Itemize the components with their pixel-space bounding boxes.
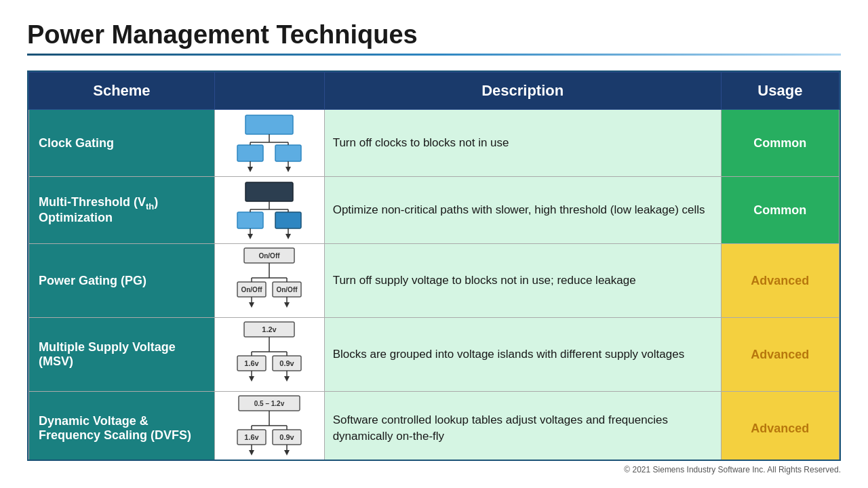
- svg-marker-19: [248, 234, 253, 239]
- svg-rect-2: [275, 145, 301, 161]
- scheme-dvfs: Dynamic Voltage & Frequency Scaling (DVF…: [29, 392, 215, 462]
- svg-text:0.5 – 1.2v: 0.5 – 1.2v: [254, 400, 285, 407]
- svg-marker-35: [284, 302, 290, 308]
- desc-power-gating: Turn off supply voltage to blocks not in…: [324, 244, 721, 318]
- svg-text:1.6v: 1.6v: [245, 359, 260, 367]
- scheme-power-gating: Power Gating (PG): [29, 244, 215, 318]
- header-description: Description: [324, 73, 721, 110]
- usage-dvfs: Advanced: [721, 392, 839, 462]
- desc-clock-gating: Turn off clocks to blocks not in use: [324, 110, 721, 177]
- diagram-power-gating: On/Off On/Off On/Off: [214, 244, 324, 318]
- desc-dvfs: Software controlled lookup tables adjust…: [324, 392, 721, 462]
- page-title: Power Management Techniques: [27, 20, 841, 49]
- header-diagram: [214, 73, 324, 110]
- svg-text:0.9v: 0.9v: [280, 433, 295, 441]
- main-table-container: Scheme Description Usage Clock Gating: [27, 70, 841, 461]
- svg-rect-11: [245, 182, 293, 201]
- techniques-table: Scheme Description Usage Clock Gating: [28, 72, 840, 461]
- table-row: Clock Gating: [29, 110, 840, 177]
- header-usage: Usage: [721, 73, 839, 110]
- desc-msv: Blocks are grouped into voltage islands …: [324, 318, 721, 392]
- usage-power-gating: Advanced: [721, 244, 839, 318]
- svg-marker-47: [249, 376, 254, 382]
- title-section: Power Management Techniques: [27, 20, 841, 65]
- usage-msv: Advanced: [721, 318, 839, 392]
- svg-marker-8: [248, 167, 253, 172]
- footer-text: © 2021 Siemens Industry Software Inc. Al…: [27, 465, 841, 474]
- scheme-msv: Multiple Supply Voltage (MSV): [29, 318, 215, 392]
- svg-rect-12: [237, 212, 263, 228]
- slide: Power Management Techniques Scheme Descr…: [0, 0, 868, 488]
- svg-text:1.2v: 1.2v: [262, 325, 277, 333]
- svg-text:On/Off: On/Off: [241, 286, 263, 293]
- svg-marker-61: [249, 450, 254, 455]
- table-row: Multiple Supply Voltage (MSV) 1.2v 1.6v …: [29, 318, 840, 392]
- header-scheme: Scheme: [29, 73, 215, 110]
- scheme-clock-gating: Clock Gating: [29, 110, 215, 177]
- table-row: Multi-Threshold (Vth) Optimization: [29, 177, 840, 244]
- svg-marker-10: [285, 167, 291, 172]
- usage-multithreshold: Common: [721, 177, 839, 244]
- title-underline: [27, 54, 841, 56]
- svg-rect-1: [237, 145, 263, 161]
- desc-multithreshold: Optimize non-critical paths with slower,…: [324, 177, 721, 244]
- diagram-msv: 1.2v 1.6v 0.9v: [214, 318, 324, 392]
- svg-rect-0: [245, 115, 293, 134]
- svg-text:0.9v: 0.9v: [280, 359, 295, 367]
- svg-marker-63: [284, 450, 290, 455]
- table-row: Power Gating (PG) On/Off On/Off On/Off: [29, 244, 840, 318]
- usage-clock-gating: Common: [721, 110, 839, 177]
- svg-text:On/Off: On/Off: [277, 286, 298, 293]
- scheme-multithreshold: Multi-Threshold (Vth) Optimization: [29, 177, 215, 244]
- diagram-dvfs: 0.5 – 1.2v 1.6v 0.9v: [214, 392, 324, 462]
- table-header-row: Scheme Description Usage: [29, 73, 840, 110]
- diagram-multithreshold: [214, 177, 324, 244]
- table-row: Dynamic Voltage & Frequency Scaling (DVF…: [29, 392, 840, 462]
- svg-text:1.6v: 1.6v: [245, 433, 260, 441]
- svg-rect-13: [275, 212, 301, 228]
- svg-marker-49: [284, 376, 290, 382]
- svg-marker-33: [249, 302, 254, 308]
- svg-marker-21: [285, 234, 291, 239]
- svg-text:On/Off: On/Off: [259, 252, 281, 260]
- diagram-clock-gating: [214, 110, 324, 177]
